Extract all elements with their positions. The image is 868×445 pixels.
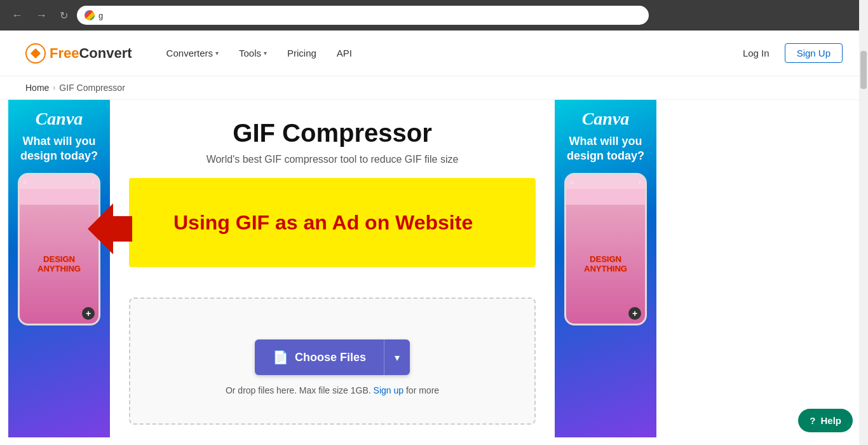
design-text-right: DESIGN ANYTHING xyxy=(573,254,639,274)
breadcrumb-home[interactable]: Home xyxy=(25,83,49,93)
canva-logo-left: Canva xyxy=(36,109,83,129)
center-content: GIF Compressor World's best GIF compress… xyxy=(110,100,555,437)
phone-home-icon-right: ⌂ xyxy=(570,179,573,185)
phone-screen-left: DESIGN ANYTHING xyxy=(20,205,98,324)
breadcrumb-separator: › xyxy=(53,83,55,92)
ad-arrow-container xyxy=(88,205,132,256)
tools-menu[interactable]: Tools ▾ xyxy=(230,43,276,64)
pricing-link[interactable]: Pricing xyxy=(278,43,325,64)
converters-chevron: ▾ xyxy=(215,50,219,57)
drop-zone[interactable]: 📄 Choose Files ▾ Or drop files here. Max… xyxy=(129,298,536,425)
nav-actions: Log In Sign Up xyxy=(735,43,843,63)
drop-hint-suffix: for more xyxy=(406,385,439,395)
logo-text: FreeConvert xyxy=(50,45,132,62)
page-title: GIF Compressor xyxy=(233,119,431,147)
refresh-button[interactable]: ↻ xyxy=(56,7,72,24)
canva-tagline-right: What will you design today? xyxy=(561,134,650,164)
phone-top-icons-right: ↑ xyxy=(639,179,642,185)
right-ad[interactable]: Canva What will you design today? ⌂ ↑ DE… xyxy=(555,100,656,437)
canva-tagline-left: What will you design today? xyxy=(15,134,104,164)
logo[interactable]: FreeConvert xyxy=(25,43,132,64)
address-bar[interactable]: g xyxy=(77,6,649,25)
page-subtitle: World's best GIF compressor tool to redu… xyxy=(207,154,459,165)
logo-icon xyxy=(25,43,46,64)
phone-top-icons: ↑ xyxy=(92,179,95,185)
choose-files-button[interactable]: 📄 Choose Files xyxy=(255,339,384,375)
canva-logo-right: Canva xyxy=(582,109,630,129)
tools-chevron: ▾ xyxy=(264,50,267,57)
left-ad[interactable]: Canva What will you design today? ⌂ ↑ DE… xyxy=(8,100,110,437)
login-button[interactable]: Log In xyxy=(735,44,777,62)
phone-add-btn-left: + xyxy=(82,307,95,320)
favicon xyxy=(85,10,95,20)
content-wrapper: Canva What will you design today? ⌂ ↑ DE… xyxy=(8,100,860,437)
scrollbar[interactable] xyxy=(859,0,868,437)
choose-files-label: Choose Files xyxy=(295,351,366,364)
phone-screen-right: DESIGN ANYTHING xyxy=(566,205,645,324)
help-icon: ? xyxy=(810,415,815,426)
phone-add-btn-right: + xyxy=(628,307,641,320)
forward-button[interactable]: → xyxy=(32,6,51,25)
ad-arrow xyxy=(88,205,132,256)
ad-banner[interactable]: Using GIF as an Ad on Website xyxy=(129,178,536,267)
drop-hint-prefix: Or drop files here. Max file size 1GB. xyxy=(226,385,371,395)
svg-marker-1 xyxy=(88,203,132,254)
breadcrumb-current: GIF Compressor xyxy=(59,83,125,93)
scrollbar-thumb[interactable] xyxy=(860,51,867,89)
arrow-svg xyxy=(88,203,132,254)
file-icon: 📄 xyxy=(273,350,288,365)
help-button[interactable]: ? Help xyxy=(798,409,853,432)
arrow-shape xyxy=(88,203,132,257)
nav-links: Converters ▾ Tools ▾ Pricing API xyxy=(158,43,735,64)
signup-link[interactable]: Sign up xyxy=(374,385,403,395)
phone-bar-right: ⌂ ↑ xyxy=(566,175,645,189)
help-label: Help xyxy=(820,415,841,426)
main-content: Canva What will you design today? ⌂ ↑ DE… xyxy=(0,100,868,437)
phone-mockup-right: ⌂ ↑ DESIGN ANYTHING + xyxy=(564,173,647,325)
phone-home-icon: ⌂ xyxy=(24,179,27,185)
phone-bar-left: ⌂ ↑ xyxy=(20,175,98,189)
choose-files-dropdown[interactable]: ▾ xyxy=(384,339,410,375)
navbar: FreeConvert Converters ▾ Tools ▾ Pricing… xyxy=(0,31,868,76)
converters-menu[interactable]: Converters ▾ xyxy=(158,43,227,64)
signup-button[interactable]: Sign Up xyxy=(785,43,843,63)
ad-banner-text: Using GIF as an Ad on Website xyxy=(173,210,473,235)
drop-hint: Or drop files here. Max file size 1GB. S… xyxy=(226,385,439,395)
ad-banner-wrapper: Using GIF as an Ad on Website xyxy=(129,178,536,282)
dropdown-chevron-icon: ▾ xyxy=(395,352,400,363)
breadcrumb: Home › GIF Compressor xyxy=(0,76,868,100)
design-text-left: DESIGN ANYTHING xyxy=(26,254,92,274)
api-link[interactable]: API xyxy=(328,43,361,64)
back-button[interactable]: ← xyxy=(8,6,27,25)
browser-chrome: ← → ↻ g xyxy=(0,0,868,31)
choose-files-wrap: 📄 Choose Files ▾ xyxy=(255,339,410,375)
address-text: g xyxy=(98,11,103,20)
